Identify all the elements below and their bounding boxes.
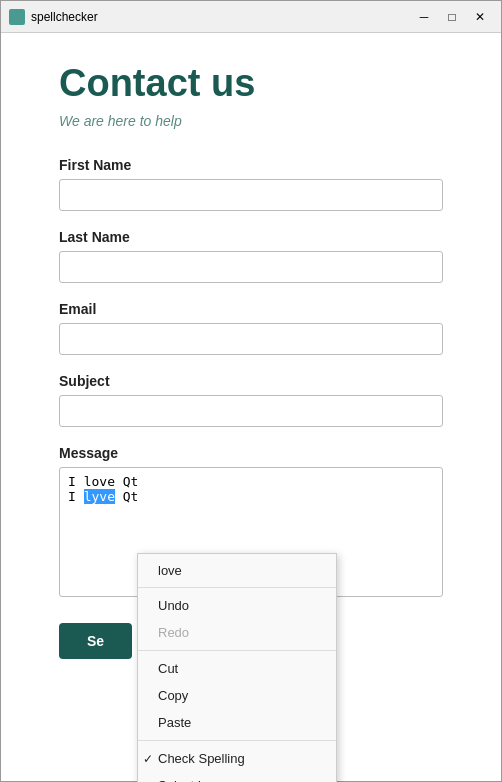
context-menu-paste[interactable]: Paste — [138, 709, 336, 736]
message-label: Message — [59, 445, 443, 461]
first-name-group: First Name — [59, 157, 443, 211]
window-title: spellchecker — [31, 10, 411, 24]
minimize-button[interactable]: ─ — [411, 7, 437, 27]
title-bar: spellchecker ─ □ ✕ — [1, 1, 501, 33]
page-title: Contact us — [59, 63, 443, 105]
context-menu-separator-1 — [138, 587, 336, 588]
context-menu-separator-3 — [138, 740, 336, 741]
context-menu-copy[interactable]: Copy — [138, 682, 336, 709]
context-menu-cut[interactable]: Cut — [138, 655, 336, 682]
selected-text: lyve — [84, 489, 115, 504]
message-line-1: I love Qt — [68, 474, 434, 489]
page-content: Contact us We are here to help First Nam… — [1, 33, 501, 781]
maximize-button[interactable]: □ — [439, 7, 465, 27]
context-menu-suggestion[interactable]: love — [138, 558, 336, 583]
message-line-2: I lyve Qt — [68, 489, 434, 504]
check-spelling-checkmark: ✓ — [143, 752, 153, 766]
context-menu-select-language[interactable]: Select Language ▶ — [138, 772, 336, 782]
email-group: Email — [59, 301, 443, 355]
context-menu-redo[interactable]: Redo — [138, 619, 336, 646]
email-label: Email — [59, 301, 443, 317]
app-icon — [9, 9, 25, 25]
close-button[interactable]: ✕ — [467, 7, 493, 27]
subject-group: Subject — [59, 373, 443, 427]
context-menu-check-spelling[interactable]: ✓ Check Spelling — [138, 745, 336, 772]
subject-label: Subject — [59, 373, 443, 389]
context-menu-separator-2 — [138, 650, 336, 651]
email-input[interactable] — [59, 323, 443, 355]
app-window: spellchecker ─ □ ✕ Contact us We are her… — [0, 0, 502, 782]
last-name-input[interactable] — [59, 251, 443, 283]
first-name-label: First Name — [59, 157, 443, 173]
subtitle-text: We are here to help — [59, 113, 443, 129]
first-name-input[interactable] — [59, 179, 443, 211]
window-controls: ─ □ ✕ — [411, 7, 493, 27]
last-name-label: Last Name — [59, 229, 443, 245]
subject-input[interactable] — [59, 395, 443, 427]
context-menu: love Undo Redo Cut Copy Paste ✓ Check Sp… — [137, 553, 337, 782]
context-menu-undo[interactable]: Undo — [138, 592, 336, 619]
last-name-group: Last Name — [59, 229, 443, 283]
submit-button[interactable]: Se — [59, 623, 132, 659]
